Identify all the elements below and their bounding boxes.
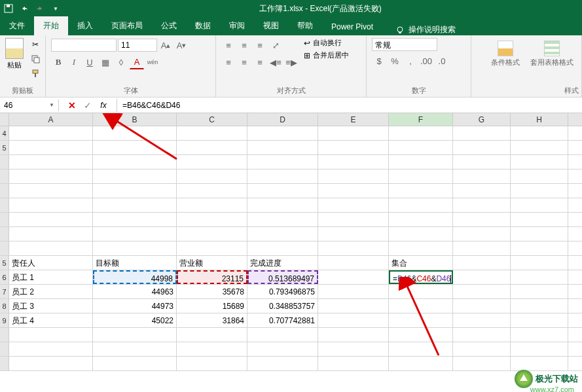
tab-review[interactable]: 审阅	[220, 16, 254, 35]
cell[interactable]	[177, 227, 247, 241]
tab-power-pivot[interactable]: Power Pivot	[322, 18, 382, 35]
cell[interactable]: 44973	[93, 299, 177, 313]
cell[interactable]	[93, 155, 177, 169]
cell[interactable]: 员工 3	[9, 299, 93, 313]
col-header-H[interactable]: H	[511, 113, 568, 126]
cell[interactable]	[389, 155, 453, 169]
save-icon[interactable]	[3, 3, 14, 14]
cell-ref-c46[interactable]: 23115	[177, 270, 247, 284]
cell-header-f[interactable]: 集合	[389, 256, 453, 270]
cell[interactable]	[453, 241, 511, 255]
cell[interactable]	[389, 169, 453, 183]
cell[interactable]	[177, 141, 247, 154]
cell[interactable]	[453, 342, 511, 356]
cell[interactable]	[511, 126, 568, 140]
formula-input[interactable]: =B46&C46&D46	[117, 99, 582, 111]
phonetic-button[interactable]: wén	[145, 55, 160, 69]
cell[interactable]	[511, 270, 568, 284]
cell[interactable]	[177, 198, 247, 212]
merge-center-button[interactable]: ⊞ 合并后居中	[304, 50, 349, 60]
cell[interactable]	[318, 256, 389, 270]
cell[interactable]	[318, 241, 389, 255]
cell[interactable]	[247, 198, 318, 212]
col-header-D[interactable]: D	[247, 113, 318, 126]
cell[interactable]	[93, 227, 177, 241]
cell[interactable]	[389, 313, 453, 327]
name-box[interactable]: 46 ▼	[0, 99, 59, 111]
font-color-button[interactable]: A	[130, 55, 144, 69]
increase-decimal-icon[interactable]: .00	[419, 54, 433, 68]
cell-ref-b46[interactable]: 44998	[93, 270, 177, 284]
cell[interactable]	[389, 227, 453, 241]
cell[interactable]	[453, 227, 511, 241]
cell[interactable]	[9, 184, 93, 198]
cell[interactable]	[453, 256, 511, 270]
redo-icon[interactable]	[34, 3, 46, 14]
cut-icon[interactable]: ✂	[29, 38, 42, 51]
wrap-text-button[interactable]: ↩ 自动换行	[304, 38, 349, 48]
bold-button[interactable]: B	[51, 55, 65, 69]
increase-indent-icon[interactable]: ≡▶	[284, 55, 299, 69]
cell[interactable]	[93, 241, 177, 255]
row-header[interactable]	[0, 328, 9, 342]
cell[interactable]	[9, 155, 93, 169]
cell[interactable]	[318, 285, 389, 298]
cell[interactable]	[318, 126, 389, 140]
worksheet[interactable]: A B C D E F G H 4 5 5 责任人 目标额 营业额 完成进度 集…	[0, 113, 582, 371]
qat-dropdown-icon[interactable]: ▼	[50, 3, 62, 14]
cell[interactable]	[453, 198, 511, 212]
cell[interactable]	[9, 241, 93, 255]
decrease-indent-icon[interactable]: ◀≡	[268, 55, 283, 69]
tab-data[interactable]: 数据	[186, 16, 220, 35]
cell[interactable]: 员工 4	[9, 313, 93, 327]
cell[interactable]: 0.793496875	[247, 285, 318, 298]
currency-icon[interactable]: $	[372, 54, 386, 68]
cell[interactable]	[453, 126, 511, 140]
cell[interactable]	[389, 342, 453, 356]
fill-color-button[interactable]: ◊	[114, 55, 128, 69]
cell[interactable]	[318, 213, 389, 226]
tab-view[interactable]: 视图	[254, 16, 288, 35]
align-center-icon[interactable]: ≡	[237, 55, 251, 69]
align-bottom-icon[interactable]: ≡	[253, 38, 267, 52]
col-header-B[interactable]: B	[93, 113, 177, 126]
cell[interactable]	[177, 342, 247, 356]
cell[interactable]	[453, 169, 511, 183]
cell[interactable]	[318, 299, 389, 313]
cell[interactable]	[318, 270, 389, 284]
row-header[interactable]: 8	[0, 299, 9, 313]
cell[interactable]	[9, 328, 93, 342]
cell[interactable]: 31864	[177, 313, 247, 327]
cell[interactable]	[453, 299, 511, 313]
cell[interactable]	[511, 256, 568, 270]
cell[interactable]	[247, 169, 318, 183]
cell[interactable]	[9, 198, 93, 212]
cell[interactable]	[318, 169, 389, 183]
cell[interactable]	[247, 126, 318, 140]
align-top-icon[interactable]: ≡	[221, 38, 236, 52]
font-family-select[interactable]	[51, 39, 117, 52]
number-format-select[interactable]: 常规	[372, 38, 437, 51]
cell[interactable]	[511, 299, 568, 313]
border-button[interactable]: ▦	[98, 55, 113, 69]
cell[interactable]	[318, 155, 389, 169]
cell[interactable]	[177, 155, 247, 169]
cell[interactable]	[93, 342, 177, 356]
cell[interactable]	[247, 328, 318, 342]
cell[interactable]	[177, 126, 247, 140]
cell[interactable]: 员工 1	[9, 270, 93, 284]
row-header[interactable]: 5	[0, 141, 9, 154]
row-header[interactable]	[0, 227, 9, 241]
row-header[interactable]: 4	[0, 126, 9, 140]
orientation-icon[interactable]: ⤢	[268, 38, 283, 52]
percent-icon[interactable]: %	[388, 54, 402, 68]
undo-icon[interactable]	[18, 3, 30, 14]
cell[interactable]	[247, 241, 318, 255]
cell[interactable]: 15689	[177, 299, 247, 313]
conditional-format-button[interactable]: 条件格式	[488, 38, 522, 94]
row-header[interactable]	[0, 357, 9, 370]
name-box-dropdown-icon[interactable]: ▼	[49, 102, 54, 108]
cell[interactable]: 0.707742881	[247, 313, 318, 327]
row-header[interactable]	[0, 213, 9, 226]
cell[interactable]	[177, 241, 247, 255]
